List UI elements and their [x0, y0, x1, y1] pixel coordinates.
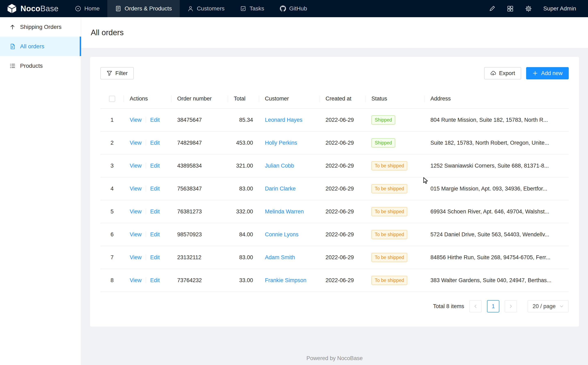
page-size-select[interactable]: 20 / page [528, 300, 569, 312]
view-link[interactable]: View [130, 117, 142, 123]
nav-item-github[interactable]: GitHub [272, 0, 315, 17]
user-menu[interactable]: Super Admin [543, 5, 576, 12]
pagination-total: Total 8 items [433, 303, 464, 309]
layout: Shipping Orders All orders Products [0, 17, 588, 365]
nav-label: Tasks [250, 5, 264, 12]
view-link[interactable]: View [130, 277, 142, 283]
order-number-cell: 43895834 [171, 154, 228, 177]
customer-link[interactable]: Darin Clarke [265, 186, 296, 192]
sidebar-item-label: Products [20, 63, 43, 69]
edit-link[interactable]: Edit [150, 186, 160, 192]
column-header-total: Total [228, 89, 259, 108]
view-link[interactable]: View [130, 186, 142, 192]
settings-button[interactable] [525, 5, 532, 12]
table-row: 8 ViewEdit 73764232 33.00 Frankie Simpso… [100, 269, 569, 292]
total-cell: 83.00 [228, 246, 259, 269]
app-root: NocoBase Home Orders & Products Customer… [0, 0, 588, 365]
order-number-cell: 75638347 [171, 177, 228, 200]
nav-label: Orders & Products [124, 5, 172, 12]
customer-link[interactable]: Frankie Simpson [265, 277, 306, 283]
table-row: 4 ViewEdit 75638347 83.00 Darin Clarke 2… [100, 177, 569, 200]
created-at-cell: 2022-06-29 [319, 131, 365, 154]
orders-icon [115, 6, 121, 12]
table-header-row: Actions Order number Total Customer Crea… [100, 89, 569, 108]
address-cell: 804 Runte Mission, Suite 182, 15783, Nor… [425, 108, 569, 131]
prev-page-button[interactable] [469, 300, 482, 312]
chevron-down-icon [559, 304, 564, 309]
nav-item-orders-products[interactable]: Orders & Products [107, 0, 180, 17]
add-new-button[interactable]: Add new [526, 67, 569, 79]
plus-icon [532, 70, 538, 76]
customer-link[interactable]: Melinda Warren [265, 209, 304, 215]
ui-editor-button[interactable] [489, 5, 495, 12]
sidebar-item-products[interactable]: Products [0, 56, 81, 76]
view-link[interactable]: View [130, 254, 142, 260]
column-header-order-number: Order number [171, 89, 228, 108]
edit-link[interactable]: Edit [150, 209, 160, 215]
row-index: 4 [100, 177, 124, 200]
total-cell: 33.00 [228, 269, 259, 292]
nav-item-customers[interactable]: Customers [180, 0, 232, 17]
main-area: All orders Filter [81, 17, 588, 365]
orders-table: Actions Order number Total Customer Crea… [100, 89, 569, 292]
table-toolbar: Filter Export [100, 67, 569, 79]
view-link[interactable]: View [130, 140, 142, 146]
table-row: 2 ViewEdit 74829847 453.00 Holly Perkins… [100, 131, 569, 154]
nav-item-tasks[interactable]: Tasks [232, 0, 272, 17]
customers-icon [188, 6, 194, 12]
created-at-cell: 2022-06-29 [319, 200, 365, 223]
select-all-checkbox[interactable] [109, 96, 115, 102]
next-page-button[interactable] [505, 300, 517, 312]
row-index: 3 [100, 154, 124, 177]
edit-link[interactable]: Edit [150, 232, 160, 238]
page-size-value: 20 / page [532, 303, 556, 309]
customer-link[interactable]: Connie Lyons [265, 232, 298, 238]
content-area: Filter Export [81, 48, 588, 365]
chevron-left-icon [473, 304, 478, 309]
action-divider [146, 186, 146, 191]
column-header-status: Status [365, 89, 425, 108]
nav-item-home[interactable]: Home [67, 0, 108, 17]
column-header-actions: Actions [124, 89, 171, 108]
plugins-button[interactable] [507, 5, 514, 12]
created-at-cell: 2022-06-29 [319, 154, 365, 177]
nav-label: Home [84, 5, 100, 12]
export-button[interactable]: Export [484, 67, 521, 79]
github-icon [280, 6, 286, 12]
total-cell: 85.34 [228, 108, 259, 131]
view-link[interactable]: View [130, 163, 142, 169]
nocobase-logo[interactable]: NocoBase [0, 0, 67, 17]
status-badge: To be shipped [371, 253, 407, 262]
created-at-cell: 2022-06-29 [319, 177, 365, 200]
edit-link[interactable]: Edit [150, 277, 160, 283]
edit-link[interactable]: Edit [150, 140, 160, 146]
grid-icon [507, 5, 514, 12]
view-link[interactable]: View [130, 232, 142, 238]
customer-link[interactable]: Julian Cobb [265, 163, 294, 169]
main-nav: Home Orders & Products Customers Tasks [67, 0, 315, 17]
customer-link[interactable]: Adam Smith [265, 254, 295, 260]
sidebar-item-all-orders[interactable]: All orders [0, 37, 81, 56]
order-number-cell: 38475647 [171, 108, 228, 131]
table-row: 5 ViewEdit 76381273 332.00 Melinda Warre… [100, 200, 569, 223]
status-badge: To be shipped [371, 184, 407, 193]
edit-link[interactable]: Edit [150, 163, 160, 169]
nav-label: GitHub [289, 5, 307, 12]
edit-link[interactable]: Edit [150, 117, 160, 123]
edit-link[interactable]: Edit [150, 254, 160, 260]
address-cell: Suite 182, 15783, North Robert, Oregon, … [425, 131, 569, 154]
gear-icon [525, 5, 532, 12]
page-number-button[interactable]: 1 [487, 300, 499, 312]
sidebar-item-shipping-orders[interactable]: Shipping Orders [0, 17, 81, 37]
address-cell: 015 Margie Mission, Apt. 093, 34936, Ebe… [425, 177, 569, 200]
status-badge: Shipped [371, 138, 395, 147]
customer-link[interactable]: Leonard Hayes [265, 117, 302, 123]
action-divider [146, 163, 146, 168]
highlighter-icon [489, 5, 495, 12]
page-header: All orders [81, 17, 588, 48]
filter-button[interactable]: Filter [100, 67, 134, 79]
customer-link[interactable]: Holly Perkins [265, 140, 297, 146]
export-button-label: Export [499, 70, 515, 77]
view-link[interactable]: View [130, 209, 142, 215]
top-navbar: NocoBase Home Orders & Products Customer… [0, 0, 588, 17]
